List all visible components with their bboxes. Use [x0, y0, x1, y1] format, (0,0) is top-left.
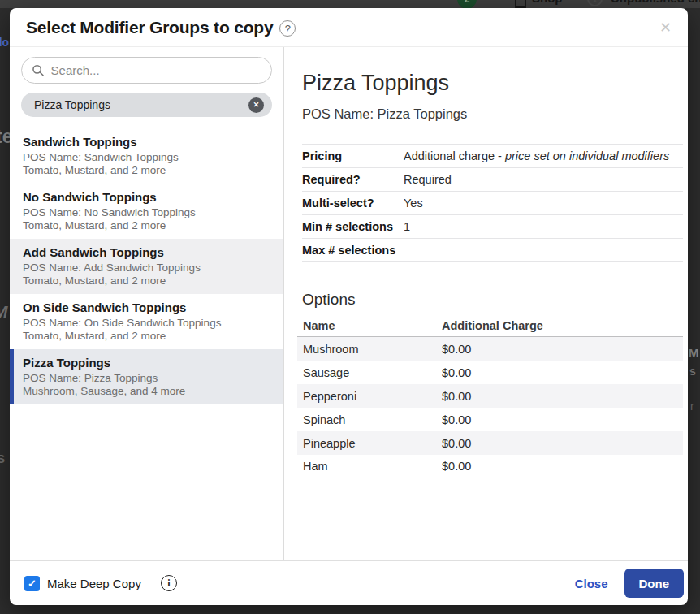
- list-item-title: On Side Sandwich Toppings: [23, 300, 270, 315]
- modal-title: Select Modifier Groups to copy: [26, 18, 273, 37]
- option-name: Pineapple: [297, 437, 442, 450]
- select-modifier-groups-modal: Select Modifier Groups to copy ? ✕ Pizza…: [10, 8, 688, 605]
- option-row: Mushroom$0.00: [297, 337, 683, 361]
- field-label: Pricing: [302, 149, 404, 162]
- field-label: Required?: [302, 173, 404, 186]
- modal-footer: ✓ Make Deep Copy i Close Done: [10, 560, 688, 605]
- left-panel: Pizza Toppings ✕ Sandwich ToppingsPOS Na…: [10, 47, 284, 560]
- background-top-bar: 2 Shop 1 Unpublished cha: [0, 0, 700, 8]
- shop-bag-icon: [514, 0, 527, 8]
- detail-fields-table: PricingAdditional charge - price set on …: [302, 144, 683, 262]
- deep-copy-checkbox[interactable]: ✓: [24, 576, 40, 591]
- modal-body: Pizza Toppings ✕ Sandwich ToppingsPOS Na…: [10, 47, 688, 560]
- detail-panel: Pizza Toppings POS Name: Pizza Toppings …: [284, 47, 688, 560]
- field-label: Multi-select?: [302, 197, 404, 210]
- list-item-pos-name: POS Name: Sandwich Toppings: [23, 151, 270, 164]
- options-rows: Mushroom$0.00Sausage$0.00Pepperoni$0.00S…: [297, 337, 683, 478]
- detail-field-row: Required?Required: [302, 167, 683, 191]
- field-label: Min # selections: [302, 220, 404, 233]
- option-row: Pepperoni$0.00: [297, 384, 683, 408]
- checkmark-icon: ✓: [28, 578, 37, 589]
- search-icon: [32, 63, 45, 77]
- options-column-charge: Additional Charge: [442, 319, 683, 332]
- option-row: Spinach$0.00: [297, 408, 683, 431]
- detail-pos-name: POS Name: Pizza Toppings: [302, 106, 683, 122]
- shop-label: Shop: [532, 0, 563, 5]
- option-charge: $0.00: [442, 460, 683, 473]
- option-charge: $0.00: [442, 413, 683, 426]
- options-table-header: Name Additional Charge: [297, 315, 683, 337]
- modifier-group-list: Sandwich ToppingsPOS Name: Sandwich Topp…: [10, 128, 283, 404]
- option-charge: $0.00: [442, 366, 683, 379]
- options-heading: Options: [302, 291, 683, 309]
- notification-badge: 2: [457, 0, 477, 8]
- options-column-name: Name: [297, 319, 442, 332]
- background-fragment: s: [689, 365, 696, 378]
- option-row: Ham$0.00: [297, 455, 683, 478]
- background-fragment: M: [689, 346, 699, 360]
- field-value: Required: [404, 173, 452, 186]
- list-item-pos-name: POS Name: On Side Sandwich Toppings: [23, 317, 270, 330]
- list-item-pos-name: POS Name: Add Sandwich Toppings: [23, 262, 270, 275]
- close-button[interactable]: Close: [575, 577, 608, 590]
- close-icon[interactable]: ✕: [656, 17, 675, 38]
- background-fragment: S: [0, 452, 5, 465]
- option-name: Pepperoni: [297, 390, 442, 403]
- filter-chip[interactable]: Pizza Toppings ✕: [21, 93, 272, 117]
- deep-copy-label: Make Deep Copy: [47, 577, 141, 590]
- unpublished-label: Unpublished cha: [611, 0, 700, 5]
- done-button[interactable]: Done: [624, 569, 685, 598]
- field-value: 1: [404, 220, 410, 233]
- detail-title: Pizza Toppings: [302, 70, 683, 96]
- background-fragment: r: [690, 400, 694, 413]
- chip-clear-icon[interactable]: ✕: [248, 97, 264, 113]
- field-label: Max # selections: [302, 244, 404, 257]
- option-row: Sausage$0.00: [297, 361, 683, 384]
- list-item[interactable]: On Side Sandwich ToppingsPOS Name: On Si…: [10, 294, 283, 349]
- background-fragment: do: [0, 36, 9, 49]
- filter-chip-label: Pizza Toppings: [34, 98, 248, 111]
- list-item[interactable]: Sandwich ToppingsPOS Name: Sandwich Topp…: [10, 128, 283, 184]
- search-input[interactable]: [51, 63, 261, 77]
- list-item-summary: Tomato, Mustard, and 2 more: [23, 219, 270, 232]
- option-row: Pineapple$0.00: [297, 431, 683, 455]
- list-item[interactable]: Add Sandwich ToppingsPOS Name: Add Sandw…: [10, 239, 283, 294]
- option-charge: $0.00: [442, 437, 683, 450]
- list-item-summary: Tomato, Mustard, and 2 more: [23, 330, 270, 343]
- detail-field-row: Multi-select?Yes: [302, 191, 683, 214]
- list-item-summary: Mushroom, Sausage, and 4 more: [23, 385, 270, 398]
- option-name: Mushroom: [297, 343, 442, 356]
- option-name: Sausage: [297, 366, 442, 379]
- list-item-summary: Tomato, Mustard, and 2 more: [23, 275, 270, 288]
- list-item-pos-name: POS Name: Pizza Toppings: [23, 372, 270, 385]
- search-box: [21, 57, 272, 84]
- help-icon[interactable]: ?: [279, 20, 296, 37]
- field-value: Additional charge - price set on individ…: [404, 149, 669, 162]
- list-item-summary: Tomato, Mustard, and 2 more: [23, 164, 270, 177]
- list-item[interactable]: No Sandwich ToppingsPOS Name: No Sandwic…: [10, 184, 283, 239]
- list-item[interactable]: Pizza ToppingsPOS Name: Pizza ToppingsMu…: [10, 349, 283, 404]
- detail-field-row: Min # selections1: [302, 214, 683, 238]
- background-fragment: M: [0, 302, 8, 322]
- option-name: Spinach: [297, 413, 442, 426]
- options-table: Name Additional Charge Mushroom$0.00Saus…: [297, 315, 683, 478]
- modal-header: Select Modifier Groups to copy ? ✕: [10, 8, 688, 47]
- option-name: Ham: [297, 460, 442, 473]
- field-value: Yes: [404, 197, 423, 210]
- list-item-title: No Sandwich Toppings: [23, 189, 270, 205]
- list-item-title: Sandwich Toppings: [23, 134, 270, 149]
- detail-field-row: Max # selections: [302, 238, 683, 262]
- info-icon[interactable]: i: [161, 575, 177, 591]
- list-item-title: Pizza Toppings: [23, 355, 270, 370]
- detail-field-row: PricingAdditional charge - price set on …: [302, 144, 683, 167]
- option-charge: $0.00: [442, 343, 683, 356]
- list-item-pos-name: POS Name: No Sandwich Toppings: [23, 206, 270, 219]
- unpublished-count-badge: 1: [587, 0, 603, 6]
- option-charge: $0.00: [442, 390, 683, 403]
- list-item-title: Add Sandwich Toppings: [23, 244, 270, 260]
